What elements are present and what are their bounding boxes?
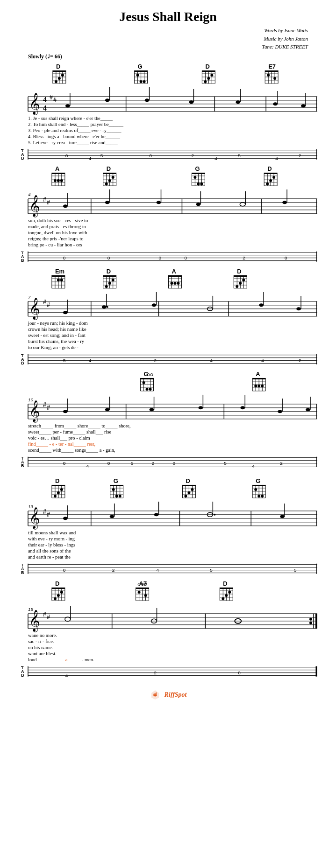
svg-text:4: 4 (43, 104, 47, 112)
svg-point-520 (144, 594, 147, 597)
svg-text:2: 2 (154, 358, 157, 363)
svg-text:sac  -        ri      -   fice: sac - ri - fice. (28, 639, 54, 644)
svg-text:2: 2 (112, 567, 115, 573)
footer: RiffSpot (0, 685, 336, 707)
svg-text:#: # (47, 301, 50, 308)
svg-text:G: G (114, 477, 118, 484)
svg-text:𝄞: 𝄞 (29, 400, 40, 423)
svg-text:0: 0 (159, 255, 162, 260)
svg-text:scend_____    with_____  songs: scend_____ with_____ songs_____ a - gain… (28, 447, 115, 452)
svg-text:made,         and     prais - : made, and prais - es throng to (28, 224, 86, 229)
svg-point-356 (198, 406, 203, 409)
svg-text:𝄞: 𝄞 (29, 195, 40, 217)
svg-text:1. Je  -  sus    shall    reig: 1. Je - sus shall reign where - e'er the… (28, 116, 113, 121)
svg-text:0: 0 (238, 670, 241, 675)
svg-text:2: 2 (243, 255, 245, 260)
svg-text:#: # (43, 299, 46, 306)
svg-point-519 (138, 591, 141, 594)
svg-point-502 (60, 591, 63, 594)
svg-point-503 (57, 594, 60, 597)
svg-text:crown    his      head;       : crown his head; his name like (28, 327, 86, 332)
svg-text:#: # (47, 404, 50, 411)
svg-point-326 (149, 388, 152, 391)
svg-text:sweet_____    per    -   fume_: sweet_____ per - fume_____ shall___ rise (28, 429, 112, 434)
attribution-line3: Tune: DUKE STREET (0, 43, 308, 51)
svg-text:0: 0 (172, 460, 175, 465)
svg-point-430 (191, 488, 193, 491)
svg-point-178 (196, 203, 200, 206)
svg-text:B: B (21, 155, 24, 160)
svg-point-69 (145, 98, 150, 102)
riffspot-brand: RiffSpot (164, 691, 187, 699)
svg-point-54 (273, 77, 276, 80)
svg-text:4: 4 (157, 567, 159, 573)
svg-text:5: 5 (63, 358, 66, 363)
svg-text:5: 5 (100, 153, 103, 158)
svg-point-458 (110, 515, 114, 518)
svg-point-160 (272, 176, 275, 179)
svg-point-360 (278, 410, 282, 413)
svg-text:burst    his      chains,     : burst his chains, the wea - ry (28, 339, 85, 344)
svg-text:sun,          doth    his   su: sun, doth his suc - ces - sive to (28, 218, 88, 223)
svg-text:0: 0 (65, 153, 68, 158)
svg-text:0: 0 (63, 460, 66, 465)
svg-text:4: 4 (252, 463, 255, 468)
svg-point-273 (63, 311, 68, 314)
svg-point-41 (204, 80, 207, 83)
svg-point-554 (309, 618, 312, 621)
svg-text:0: 0 (63, 255, 66, 260)
svg-text:#: # (47, 511, 50, 518)
svg-point-278 (152, 303, 157, 307)
svg-point-247 (170, 282, 173, 285)
svg-text:with          eve  -   ry     : with eve - ry morn - ing (28, 536, 75, 541)
svg-point-465 (280, 515, 285, 518)
svg-text:want          are         bles: want are blest. (28, 651, 57, 656)
svg-point-358 (240, 406, 245, 409)
attribution-line1: Words by Isaac Watts (0, 27, 308, 35)
svg-point-148 (200, 182, 203, 185)
svg-text:G: G (256, 477, 260, 484)
svg-point-445 (257, 495, 260, 497)
svg-text:B: B (21, 673, 24, 678)
svg-text:D: D (55, 477, 59, 484)
svg-point-282 (259, 303, 264, 307)
svg-text:0: 0 (150, 153, 152, 158)
svg-point-416 (112, 488, 115, 491)
svg-point-340 (261, 385, 264, 387)
svg-text:#: # (53, 97, 57, 104)
svg-point-25 (136, 74, 139, 77)
svg-text:4: 4 (89, 155, 92, 161)
svg-text:till          moons    shall  : till moons shall wax and (28, 530, 76, 535)
svg-text:B: B (21, 570, 24, 575)
svg-text:D: D (267, 165, 272, 172)
svg-text:𝄞: 𝄞 (29, 507, 40, 530)
svg-point-161 (269, 179, 272, 182)
svg-text:tongue,       dwell   on    hi: tongue, dwell on his love with (28, 230, 88, 235)
svg-point-162 (266, 182, 269, 185)
section-4: G A 10 𝄞 # # (14, 368, 322, 475)
svg-text:3. Peo -  ple    and     realm: 3. Peo - ple and realms of_____ eve - ry… (28, 128, 122, 133)
svg-point-456 (63, 517, 68, 520)
svg-text:D: D (55, 580, 59, 587)
svg-point-432 (184, 495, 187, 497)
svg-text:find_____ -    e    -    ter  : find_____ - e - ter - nal_____ rest, (28, 441, 95, 446)
svg-point-460 (154, 513, 159, 517)
svg-point-354 (150, 408, 154, 411)
svg-point-146 (193, 176, 196, 179)
svg-text:reigns;       the     pris -'n: reigns; the pris -'ner leaps to (28, 236, 83, 241)
svg-text:B: B (21, 463, 24, 468)
svg-point-575 (154, 694, 157, 696)
svg-text:𝄞: 𝄞 (29, 610, 40, 632)
svg-text:2: 2 (154, 670, 157, 675)
svg-text:G: G (195, 165, 200, 172)
svg-point-235 (105, 285, 108, 288)
svg-point-27 (143, 80, 146, 83)
svg-point-262 (239, 282, 242, 285)
svg-text:5: 5 (210, 567, 213, 573)
svg-text:jour  -  neys     run;        : jour - neys run; his king - dom (28, 321, 88, 326)
svg-text:D: D (186, 477, 190, 484)
svg-point-284 (296, 307, 301, 310)
svg-text:4: 4 (214, 155, 217, 161)
section-5: D G D G 13 (14, 475, 322, 577)
svg-text:0: 0 (107, 255, 110, 260)
